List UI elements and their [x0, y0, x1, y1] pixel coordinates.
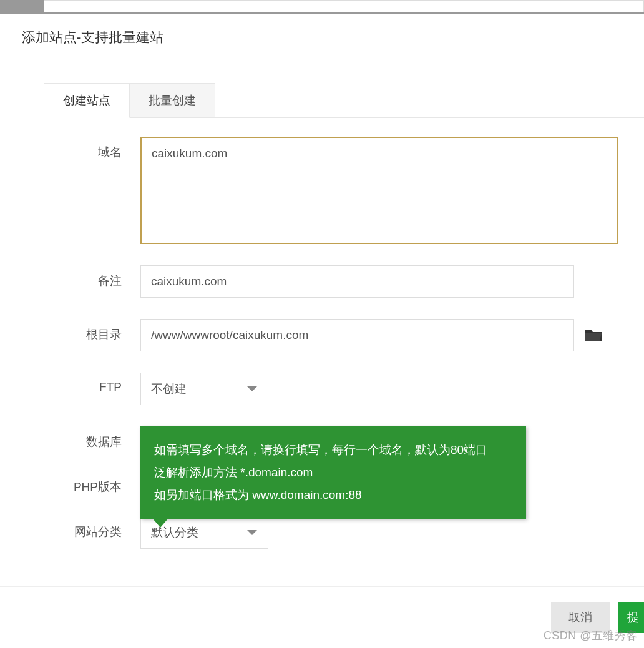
- folder-icon[interactable]: [585, 328, 602, 345]
- label-domain: 域名: [0, 137, 122, 160]
- row-category: 网站分类 默认分类: [0, 516, 625, 549]
- domain-textarea[interactable]: caixukum.com: [140, 137, 618, 244]
- chevron-down-icon: [246, 386, 258, 392]
- watermark: CSDN @五维秀客: [544, 628, 638, 643]
- ftp-select-value: 不创建: [151, 381, 187, 397]
- ftp-select[interactable]: 不创建: [140, 373, 268, 405]
- label-remark: 备注: [0, 265, 122, 289]
- row-remark: 备注: [0, 265, 625, 298]
- domain-tooltip: 如需填写多个域名，请换行填写，每行一个域名，默认为80端口 泛解析添加方法 *.…: [140, 426, 526, 519]
- label-php: PHP版本: [0, 471, 122, 495]
- modal-header: 添加站点-支持批量建站: [0, 14, 644, 61]
- root-input[interactable]: [140, 319, 574, 351]
- tabs: 创建站点 批量创建: [44, 82, 644, 118]
- remark-input[interactable]: [140, 265, 574, 298]
- row-domain: 域名 caixukum.com: [0, 137, 625, 244]
- add-site-modal: 添加站点-支持批量建站 创建站点 批量创建 域名 caixukum.com 备注…: [0, 14, 644, 648]
- tooltip-line: 如另加端口格式为 www.domain.com:88: [154, 484, 512, 506]
- tooltip-line: 如需填写多个域名，请换行填写，每行一个域名，默认为80端口: [154, 439, 512, 461]
- row-ftp: FTP 不创建: [0, 373, 625, 405]
- modal-title: 添加站点-支持批量建站: [22, 28, 622, 47]
- label-ftp: FTP: [0, 373, 122, 394]
- backdrop-panel: [44, 0, 644, 12]
- label-root: 根目录: [0, 319, 122, 343]
- tab-batch-create[interactable]: 批量创建: [130, 83, 215, 118]
- text-caret: [228, 147, 228, 161]
- tooltip-line: 泛解析添加方法 *.domain.com: [154, 461, 512, 484]
- tab-create-site[interactable]: 创建站点: [44, 83, 130, 118]
- label-category: 网站分类: [0, 516, 122, 540]
- row-root: 根目录: [0, 319, 625, 351]
- chevron-down-icon: [246, 529, 258, 536]
- label-database: 数据库: [0, 426, 122, 450]
